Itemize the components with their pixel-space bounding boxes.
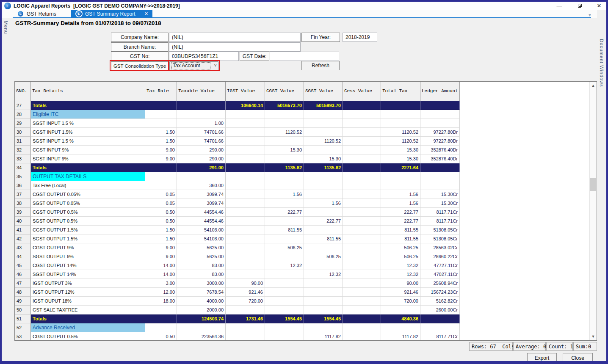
sgst-cell[interactable] (304, 208, 343, 217)
rate-cell[interactable]: 0.50 (145, 217, 177, 226)
row-number-cell[interactable]: 48 (15, 288, 31, 297)
column-header-tax-rate[interactable]: Tax Rate (145, 82, 177, 101)
igst-cell[interactable]: 90.00 (226, 279, 265, 288)
taxable-cell[interactable]: 3099.74 (177, 190, 226, 199)
sgst-cell[interactable]: 1554.45 (304, 314, 343, 323)
ledger-cell[interactable] (420, 110, 460, 119)
ledger-cell[interactable]: 47027.11Cr (420, 270, 460, 279)
sgst-cell[interactable] (304, 243, 343, 252)
cgst-cell[interactable]: 811.55 (265, 226, 304, 234)
row-number-cell[interactable]: 42 (15, 234, 31, 243)
tax-details-cell[interactable]: SGST INPUT 1.5 % (31, 137, 145, 146)
taxable-cell[interactable] (177, 101, 226, 110)
rate-cell[interactable]: 0.05 (145, 199, 177, 208)
ledger-cell[interactable] (420, 172, 460, 181)
ledger-cell[interactable]: 51308.05Cr (420, 226, 460, 234)
igst-cell[interactable] (226, 181, 265, 190)
rate-cell[interactable]: 9.00 (145, 146, 177, 154)
total-cell[interactable]: 15.30 (381, 154, 420, 163)
igst-cell[interactable] (226, 190, 265, 199)
rate-cell[interactable]: 14.00 (145, 261, 177, 270)
total-cell[interactable]: 720.00 (381, 297, 420, 306)
ledger-cell[interactable]: 8117.71Cr (420, 332, 460, 341)
cgst-cell[interactable]: 1.56 (265, 190, 304, 199)
rate-cell[interactable]: 0.05 (145, 190, 177, 199)
ledger-cell[interactable]: 47727.11Cr (420, 261, 460, 270)
cgst-cell[interactable] (265, 252, 304, 261)
tax-details-cell[interactable]: SGST OUTPUT 9% (31, 252, 145, 261)
column-header-tax-details[interactable]: Tax Details (31, 82, 145, 101)
igst-cell[interactable] (226, 154, 265, 163)
tax-details-cell[interactable]: Eligible ITC (31, 110, 145, 119)
total-cell[interactable]: 2271.64 (381, 163, 420, 172)
rate-cell[interactable]: 1.50 (145, 226, 177, 234)
ledger-cell[interactable] (420, 181, 460, 190)
taxable-cell[interactable]: 2000.00 (177, 306, 226, 314)
total-cell[interactable]: 921.46 (381, 288, 420, 297)
document-windows-collapsed-panel[interactable]: Document Windows (599, 39, 604, 87)
sgst-cell[interactable] (304, 172, 343, 181)
igst-cell[interactable] (226, 332, 265, 341)
cess-cell[interactable] (343, 128, 381, 137)
scroll-up-arrow-icon[interactable]: ▲ (590, 82, 597, 89)
ledger-cell[interactable]: 8117.71Cr (420, 217, 460, 226)
tax-details-cell[interactable]: CGST OUTPUT 0.5% (31, 208, 145, 217)
igst-cell[interactable] (226, 119, 265, 128)
igst-cell[interactable] (226, 270, 265, 279)
rate-cell[interactable] (145, 314, 177, 323)
cgst-cell[interactable] (265, 137, 304, 146)
igst-cell[interactable] (226, 137, 265, 146)
row-number-cell[interactable]: 34 (15, 163, 31, 172)
ledger-cell[interactable]: 352876.40Dr (420, 146, 460, 154)
rate-cell[interactable]: 3.00 (145, 279, 177, 288)
total-cell[interactable]: 12.32 (381, 270, 420, 279)
row-number-cell[interactable]: 40 (15, 217, 31, 226)
taxable-cell[interactable]: 290.00 (177, 154, 226, 163)
row-number-cell[interactable]: 49 (15, 297, 31, 306)
igst-cell[interactable] (226, 172, 265, 181)
tax-details-cell[interactable]: CGST OUTPUT 0.5% (31, 332, 145, 341)
taxable-cell[interactable]: 124503.74 (177, 314, 226, 323)
cess-cell[interactable] (343, 226, 381, 234)
sgst-cell[interactable] (304, 288, 343, 297)
cgst-cell[interactable] (265, 332, 304, 341)
rate-cell[interactable]: 0.50 (145, 208, 177, 217)
row-number-cell[interactable]: 47 (15, 279, 31, 288)
sgst-cell[interactable]: 811.55 (304, 234, 343, 243)
row-number-cell[interactable]: 33 (15, 154, 31, 163)
igst-cell[interactable] (226, 146, 265, 154)
cgst-cell[interactable] (265, 199, 304, 208)
cess-cell[interactable] (343, 252, 381, 261)
gst-consolidation-type-select[interactable]: Tax Account ˅ (169, 61, 218, 70)
rate-cell[interactable]: 14.00 (145, 270, 177, 279)
tax-details-cell[interactable]: SGST INPUT 9% (31, 154, 145, 163)
cess-cell[interactable] (343, 154, 381, 163)
row-number-cell[interactable]: 32 (15, 146, 31, 154)
total-cell[interactable] (381, 101, 420, 110)
cgst-cell[interactable] (265, 279, 304, 288)
sgst-cell[interactable] (304, 226, 343, 234)
cess-cell[interactable] (343, 297, 381, 306)
sgst-cell[interactable]: 15.30 (304, 154, 343, 163)
tax-details-cell[interactable]: CGST OUTPUT 0.05% (31, 190, 145, 199)
ledger-cell[interactable]: 25608.94Cr (420, 279, 460, 288)
ledger-cell[interactable]: 51308.05Cr (420, 234, 460, 243)
cgst-cell[interactable] (265, 306, 304, 314)
igst-cell[interactable] (226, 217, 265, 226)
tax-details-cell[interactable]: IGST OUPUT 18% (31, 297, 145, 306)
cess-cell[interactable] (343, 208, 381, 217)
row-number-cell[interactable]: 44 (15, 252, 31, 261)
cess-cell[interactable] (343, 181, 381, 190)
total-cell[interactable]: 1.56 (381, 199, 420, 208)
ledger-cell[interactable] (420, 323, 460, 332)
rate-cell[interactable]: 1.50 (145, 137, 177, 146)
taxable-cell[interactable]: 291.00 (177, 163, 226, 172)
column-header-igst-value[interactable]: IGST Value (226, 82, 265, 101)
ledger-cell[interactable]: 28563.02Cr (420, 243, 460, 252)
row-number-cell[interactable]: 29 (15, 119, 31, 128)
rate-cell[interactable]: 9.00 (145, 243, 177, 252)
rate-cell[interactable] (145, 163, 177, 172)
rate-cell[interactable] (145, 323, 177, 332)
tax-details-cell[interactable]: SGST OUTPUT 0.05% (31, 199, 145, 208)
total-cell[interactable]: 15.30 (381, 146, 420, 154)
